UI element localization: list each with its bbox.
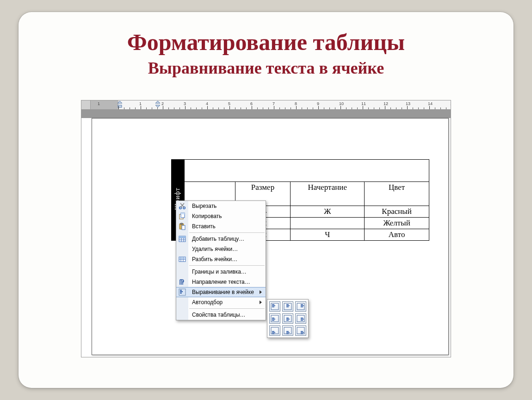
svg-rect-23 xyxy=(272,306,274,307)
menu-cell-alignment[interactable]: Выравнивание в ячейке xyxy=(176,287,266,297)
slide-subtitle: Выравнивание текста в ячейке xyxy=(37,58,495,78)
svg-rect-39 xyxy=(286,320,289,321)
menu-table-properties[interactable]: Свойства таблицы… xyxy=(176,310,266,320)
align-middle-left[interactable] xyxy=(269,313,280,324)
alignment-submenu xyxy=(267,299,309,338)
svg-rect-54 xyxy=(301,332,304,333)
table-cell[interactable] xyxy=(291,218,365,229)
context-menu: Вырезать Копировать Вставить Добавить та… xyxy=(176,200,266,320)
blank-icon xyxy=(176,244,188,254)
svg-rect-40 xyxy=(297,315,304,322)
svg-rect-33 xyxy=(272,318,274,319)
tab-marker[interactable] xyxy=(155,101,160,108)
svg-rect-55 xyxy=(301,333,303,334)
split-cells-icon xyxy=(176,254,188,264)
menu-insert-table[interactable]: Добавить таблицу… xyxy=(176,234,266,244)
menu-borders-shading[interactable]: Границы и заливка… xyxy=(176,267,266,277)
menu-text-direction[interactable]: Направление текста… xyxy=(176,277,266,287)
svg-rect-35 xyxy=(272,320,274,321)
menu-label: Вырезать xyxy=(188,203,262,209)
blank-icon xyxy=(176,310,188,320)
blank-icon xyxy=(176,267,188,277)
align-top-left[interactable] xyxy=(269,301,280,312)
menu-separator xyxy=(189,265,265,266)
table-cell[interactable]: Авто xyxy=(365,229,429,241)
table-cell[interactable]: Желтый xyxy=(365,218,429,229)
svg-rect-15 xyxy=(179,257,186,259)
menu-split-cells[interactable]: Разбить ячейки… xyxy=(176,254,266,264)
table-top-cell[interactable] xyxy=(184,160,429,182)
svg-rect-26 xyxy=(286,306,290,306)
horizontal-ruler[interactable]: 1123456789101112131415 xyxy=(91,100,451,109)
menu-label: Свойства таблицы… xyxy=(188,312,262,318)
svg-rect-30 xyxy=(301,306,304,306)
align-top-center[interactable] xyxy=(282,301,293,312)
menu-delete-cells[interactable]: Удалить ячейки… xyxy=(176,244,266,254)
menu-paste[interactable]: Вставить xyxy=(176,221,266,231)
svg-rect-50 xyxy=(286,332,290,333)
slide-title: Форматирование таблицы xyxy=(37,29,495,56)
svg-rect-47 xyxy=(272,333,274,334)
svg-rect-46 xyxy=(272,332,275,333)
svg-rect-22 xyxy=(272,306,275,306)
word-window: 1123456789101112131415 Шрифт Размер Наче… xyxy=(81,100,451,357)
menu-separator xyxy=(189,232,265,233)
svg-rect-42 xyxy=(301,319,304,320)
table-col-color[interactable]: Цвет xyxy=(365,182,429,206)
text-direction-icon xyxy=(176,277,188,287)
align-bottom-right[interactable] xyxy=(295,325,306,336)
ruler-corner xyxy=(81,100,91,109)
menu-cut[interactable]: Вырезать xyxy=(176,201,266,211)
blank-icon xyxy=(176,297,188,307)
svg-rect-19 xyxy=(180,293,182,294)
svg-rect-34 xyxy=(272,319,275,320)
align-top-right[interactable] xyxy=(295,301,306,312)
menu-label: Направление текста… xyxy=(188,279,262,285)
svg-rect-27 xyxy=(286,306,289,307)
scissors-icon xyxy=(176,201,188,211)
menu-autofit[interactable]: Автоподбор xyxy=(176,297,266,307)
menu-label: Выравнивание в ячейке xyxy=(188,289,258,295)
doc-gray-area xyxy=(81,110,451,118)
copy-icon xyxy=(176,211,188,221)
paste-icon xyxy=(176,221,188,231)
svg-rect-25 xyxy=(286,304,289,305)
menu-copy[interactable]: Копировать xyxy=(176,211,266,221)
svg-rect-8 xyxy=(181,213,185,214)
menu-label: Автоподбор xyxy=(188,299,258,306)
table-cell[interactable]: Красный xyxy=(365,206,429,218)
svg-rect-36 xyxy=(284,315,291,322)
svg-rect-37 xyxy=(286,318,289,319)
svg-rect-45 xyxy=(272,331,274,332)
svg-marker-3 xyxy=(155,105,160,107)
svg-marker-2 xyxy=(155,101,160,103)
menu-label: Копировать xyxy=(188,213,262,219)
svg-rect-49 xyxy=(286,331,289,332)
align-bottom-center[interactable] xyxy=(282,325,293,336)
svg-rect-11 xyxy=(182,225,185,230)
ruler-left-margin xyxy=(91,100,118,109)
table-cell[interactable]: Ч xyxy=(291,229,365,241)
table-col-style[interactable]: Начертание xyxy=(291,182,365,206)
svg-rect-31 xyxy=(301,306,303,307)
align-middle-center[interactable] xyxy=(282,313,293,324)
submenu-arrow-icon xyxy=(260,290,262,294)
table-cell[interactable]: Ж xyxy=(291,206,365,218)
svg-rect-18 xyxy=(180,291,183,292)
menu-label: Вставить xyxy=(188,223,262,230)
svg-marker-0 xyxy=(118,101,122,103)
align-middle-right[interactable] xyxy=(295,313,306,324)
svg-rect-29 xyxy=(301,304,303,305)
ruler-row: 1123456789101112131415 xyxy=(81,100,451,110)
menu-separator xyxy=(189,308,265,309)
svg-rect-38 xyxy=(286,319,290,320)
slide: Форматирование таблицы Выравнивание текс… xyxy=(19,12,513,388)
svg-rect-53 xyxy=(301,331,303,332)
svg-rect-32 xyxy=(271,315,278,322)
menu-label: Границы и заливка… xyxy=(188,269,262,275)
svg-rect-43 xyxy=(301,320,303,321)
submenu-arrow-icon xyxy=(260,300,262,304)
menu-label: Удалить ячейки… xyxy=(188,246,262,252)
align-bottom-left[interactable] xyxy=(269,325,280,336)
svg-rect-10 xyxy=(180,223,183,225)
